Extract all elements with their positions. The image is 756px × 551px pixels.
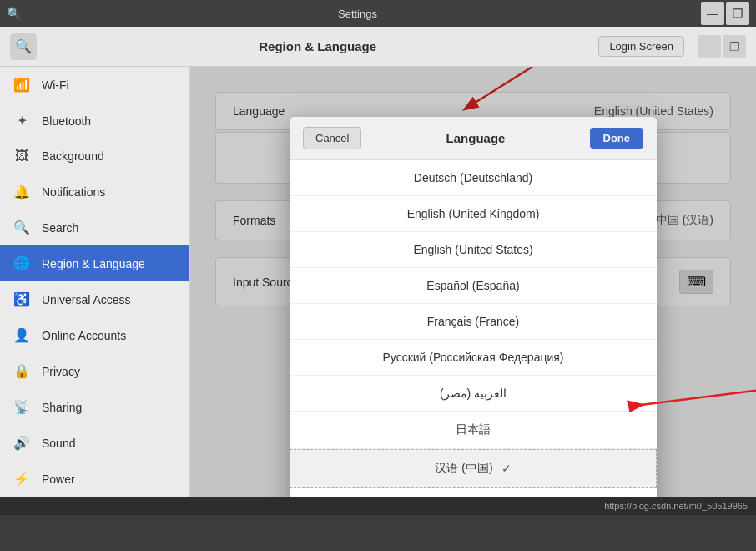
sidebar-item-universal-access[interactable]: ♿ Universal Access: [0, 281, 189, 317]
privacy-icon: 🔒: [13, 363, 30, 379]
sidebar-item-privacy[interactable]: 🔒 Privacy: [0, 353, 189, 389]
header-minimize-button[interactable]: —: [698, 35, 721, 58]
language-item-english-uk[interactable]: English (United Kingdom): [290, 196, 657, 232]
sidebar-item-power[interactable]: ⚡ Power: [0, 461, 189, 497]
minimize-button[interactable]: —: [701, 2, 724, 25]
header-win-controls: — ❐: [698, 35, 746, 58]
language-label-espanol: Español (España): [426, 279, 519, 292]
language-item-arabic[interactable]: العربية (مصر): [290, 376, 657, 412]
sharing-icon: 📡: [13, 399, 30, 415]
sidebar-label-bluetooth: Bluetooth: [42, 114, 91, 128]
wifi-icon: 📶: [13, 77, 30, 93]
search-button[interactable]: 🔍: [10, 33, 37, 60]
sidebar-label-search: Search: [42, 221, 78, 235]
language-label-chinese: 汉语 (中国): [435, 461, 492, 476]
language-item-francais[interactable]: Français (France): [290, 304, 657, 340]
sidebar-label-notifications: Notifications: [42, 185, 105, 199]
content-area: Language English (United States) Restart…: [190, 67, 756, 497]
login-screen-button[interactable]: Login Screen: [598, 36, 684, 57]
more-languages-button[interactable]: ⋮: [290, 488, 657, 497]
search-icon: 🔍: [15, 38, 32, 54]
language-item-chinese[interactable]: 汉语 (中国) ✓: [290, 449, 657, 488]
sidebar-item-bluetooth[interactable]: ✦ Bluetooth: [0, 103, 189, 139]
sidebar: 📶 Wi-Fi ✦ Bluetooth 🖼 Background 🔔 Notif…: [0, 67, 190, 497]
sidebar-item-notifications[interactable]: 🔔 Notifications: [0, 174, 189, 210]
window-controls: — ❐: [701, 2, 749, 25]
language-label-deutsch: Deutsch (Deutschland): [414, 171, 532, 185]
sidebar-label-online-accounts: Online Accounts: [42, 329, 126, 342]
bluetooth-icon: ✦: [13, 113, 30, 129]
power-icon: ⚡: [13, 471, 30, 487]
titlebar: 🔍 Settings — ❐: [0, 0, 756, 27]
titlebar-title: Settings: [21, 8, 694, 20]
header: 🔍 Region & Language Login Screen — ❐: [0, 27, 756, 67]
sidebar-label-universal-access: Universal Access: [42, 293, 131, 306]
language-list: Deutsch (Deutschland) English (United Ki…: [290, 160, 657, 497]
sidebar-item-wifi[interactable]: 📶 Wi-Fi: [0, 67, 189, 103]
language-item-english-us[interactable]: English (United States): [290, 232, 657, 268]
sidebar-label-privacy: Privacy: [42, 365, 80, 378]
sidebar-item-region[interactable]: 🌐 Region & Language: [0, 245, 189, 281]
titlebar-search-icon: 🔍: [7, 7, 21, 20]
language-dialog: Cancel Language Done Deutsch (Deutschlan…: [290, 117, 657, 497]
notifications-icon: 🔔: [13, 184, 30, 200]
language-label-japanese: 日本語: [456, 422, 491, 437]
dialog-header: Cancel Language Done: [290, 117, 657, 160]
sidebar-item-sharing[interactable]: 📡 Sharing: [0, 389, 189, 425]
language-label-english-uk: English (United Kingdom): [407, 207, 540, 220]
cancel-button[interactable]: Cancel: [303, 127, 361, 149]
sidebar-item-online-accounts[interactable]: 👤 Online Accounts: [0, 317, 189, 353]
sidebar-label-sharing: Sharing: [42, 401, 82, 414]
language-label-francais: Français (France): [427, 315, 519, 328]
dialog-title: Language: [361, 131, 589, 145]
sidebar-item-search[interactable]: 🔍 Search: [0, 210, 189, 245]
sidebar-label-region: Region & Language: [42, 257, 145, 270]
header-title: Region & Language: [43, 39, 592, 53]
done-button[interactable]: Done: [590, 128, 644, 149]
background-icon: 🖼: [13, 149, 30, 164]
universal-access-icon: ♿: [13, 291, 30, 307]
selected-checkmark: ✓: [501, 462, 512, 475]
statusbar: https://blog.csdn.net/m0_50519965: [0, 497, 756, 515]
language-item-russian[interactable]: Русский (Российская Федерация): [290, 340, 657, 376]
language-label-arabic: العربية (مصر): [440, 387, 507, 400]
sidebar-label-background: Background: [42, 149, 104, 163]
region-icon: 🌐: [13, 255, 30, 271]
sidebar-item-sound[interactable]: 🔊 Sound: [0, 425, 189, 461]
dialog-backdrop: Cancel Language Done Deutsch (Deutschlan…: [190, 67, 756, 497]
sidebar-item-background[interactable]: 🖼 Background: [0, 139, 189, 174]
main-layout: 📶 Wi-Fi ✦ Bluetooth 🖼 Background 🔔 Notif…: [0, 67, 756, 497]
sidebar-label-power: Power: [42, 473, 75, 486]
sound-icon: 🔊: [13, 435, 30, 451]
sidebar-label-wifi: Wi-Fi: [42, 78, 69, 92]
sidebar-label-sound: Sound: [42, 437, 75, 450]
language-label-english-us: English (United States): [413, 243, 532, 256]
online-accounts-icon: 👤: [13, 327, 30, 343]
statusbar-url: https://blog.csdn.net/m0_50519965: [604, 501, 748, 511]
language-label-russian: Русский (Российская Федерация): [382, 351, 563, 364]
search-nav-icon: 🔍: [13, 220, 30, 235]
header-maximize-button[interactable]: ❐: [723, 35, 746, 58]
language-item-deutsch[interactable]: Deutsch (Deutschland): [290, 160, 657, 196]
maximize-button[interactable]: ❐: [726, 2, 749, 25]
language-item-espanol[interactable]: Español (España): [290, 268, 657, 304]
language-item-japanese[interactable]: 日本語: [290, 412, 657, 449]
